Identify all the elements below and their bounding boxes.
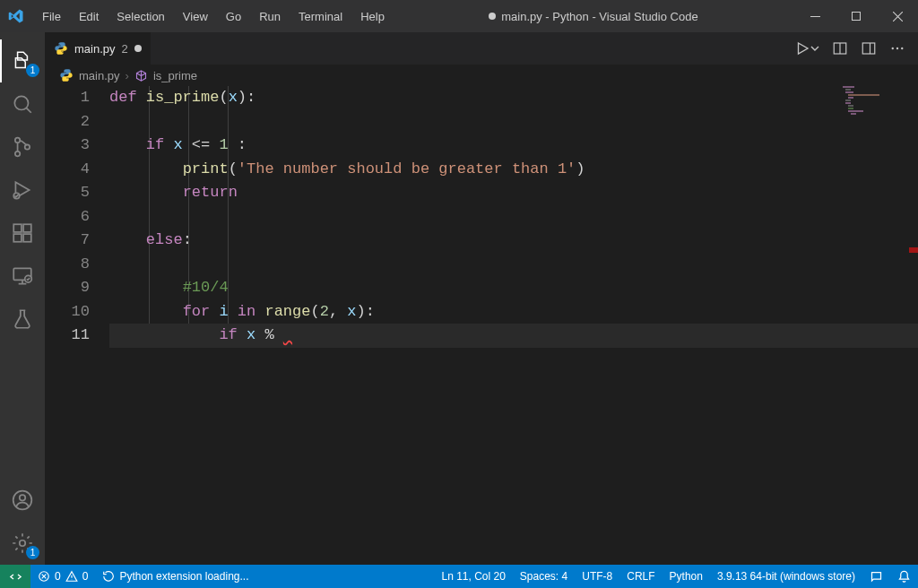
dirty-indicator-icon bbox=[489, 13, 496, 20]
menu-run[interactable]: Run bbox=[251, 6, 289, 27]
layout-button[interactable] bbox=[861, 40, 877, 56]
title-bar: FileEditSelectionViewGoRunTerminalHelp m… bbox=[0, 0, 918, 32]
svg-rect-9 bbox=[13, 234, 22, 242]
svg-point-15 bbox=[20, 540, 26, 547]
window-controls bbox=[794, 0, 918, 32]
python-file-icon bbox=[59, 68, 74, 82]
status-python-loading[interactable]: Python extension loading... bbox=[95, 565, 255, 588]
svg-point-2 bbox=[14, 96, 28, 109]
status-error-count: 0 bbox=[55, 570, 61, 583]
activity-source-control[interactable] bbox=[0, 125, 45, 169]
menu-selection[interactable]: Selection bbox=[108, 6, 172, 27]
run-button[interactable] bbox=[794, 40, 819, 56]
breadcrumb[interactable]: main.py › is_prime bbox=[45, 65, 918, 86]
activity-extensions[interactable] bbox=[0, 212, 45, 255]
overview-error-mark bbox=[909, 247, 918, 253]
editor-area: main.py 2 main.py › is_prime 12345 bbox=[45, 32, 918, 565]
svg-rect-10 bbox=[23, 234, 31, 242]
svg-rect-7 bbox=[13, 224, 22, 232]
menu-bar: FileEditSelectionViewGoRunTerminalHelp bbox=[34, 6, 393, 27]
menu-go[interactable]: Go bbox=[218, 6, 249, 27]
menu-edit[interactable]: Edit bbox=[71, 6, 107, 27]
settings-badge: 1 bbox=[26, 546, 39, 559]
minimize-button[interactable] bbox=[794, 0, 836, 32]
status-warning-count: 0 bbox=[82, 570, 89, 583]
symbol-method-icon bbox=[134, 69, 148, 82]
status-language-mode[interactable]: Python bbox=[663, 565, 710, 588]
overview-ruler bbox=[905, 86, 918, 565]
vscode-logo-icon bbox=[7, 7, 25, 25]
chevron-right-icon: › bbox=[126, 69, 129, 82]
menu-terminal[interactable]: Terminal bbox=[290, 6, 351, 27]
menu-view[interactable]: View bbox=[175, 6, 216, 27]
breadcrumb-symbol: is_prime bbox=[153, 69, 197, 82]
breadcrumb-file: main.py bbox=[79, 69, 120, 82]
status-feedback[interactable] bbox=[862, 565, 890, 588]
status-python-interpreter[interactable]: 3.9.13 64-bit (windows store) bbox=[710, 565, 862, 588]
svg-point-19 bbox=[896, 48, 898, 49]
status-loading-text: Python extension loading... bbox=[119, 570, 248, 583]
tab-dirty-icon bbox=[134, 45, 142, 52]
tab-extra-number: 2 bbox=[122, 42, 128, 56]
activity-bar: 1 1 bbox=[0, 32, 45, 565]
close-button[interactable] bbox=[877, 0, 918, 32]
status-bar: 0 0 Python extension loading... Ln 11, C… bbox=[0, 565, 918, 588]
tab-filename: main.py bbox=[74, 42, 116, 56]
svg-point-4 bbox=[15, 151, 20, 156]
window-title-text: main.py - Python - Visual Studio Code bbox=[501, 10, 697, 23]
svg-rect-8 bbox=[23, 224, 31, 232]
status-problems[interactable]: 0 0 bbox=[30, 565, 95, 588]
code-lines[interactable]: def is_prime(x): if x <= 1 : print('The … bbox=[109, 86, 918, 565]
activity-search[interactable] bbox=[0, 82, 45, 125]
svg-point-20 bbox=[901, 48, 903, 49]
menu-help[interactable]: Help bbox=[352, 6, 393, 27]
window-title: main.py - Python - Visual Studio Code bbox=[393, 10, 794, 23]
python-file-icon bbox=[54, 41, 68, 56]
status-encoding[interactable]: UTF-8 bbox=[575, 565, 619, 588]
explorer-badge: 1 bbox=[26, 64, 39, 77]
activity-explorer[interactable]: 1 bbox=[0, 39, 45, 82]
status-indentation[interactable]: Spaces: 4 bbox=[513, 565, 575, 588]
status-cursor-position[interactable]: Ln 11, Col 20 bbox=[434, 565, 512, 588]
maximize-button[interactable] bbox=[836, 0, 877, 32]
activity-run-debug[interactable] bbox=[0, 169, 45, 212]
svg-rect-1 bbox=[852, 12, 860, 20]
line-number-gutter: 1234567891011 bbox=[45, 86, 109, 565]
svg-rect-17 bbox=[862, 43, 875, 54]
svg-point-14 bbox=[20, 495, 26, 501]
status-eol[interactable]: CRLF bbox=[619, 565, 662, 588]
svg-rect-0 bbox=[810, 16, 820, 17]
svg-point-3 bbox=[15, 138, 20, 143]
tabs-row: main.py 2 bbox=[45, 32, 918, 65]
svg-point-18 bbox=[892, 48, 894, 49]
status-notifications[interactable] bbox=[890, 565, 918, 588]
more-actions-button[interactable] bbox=[889, 40, 905, 56]
activity-settings[interactable]: 1 bbox=[0, 522, 45, 565]
svg-point-5 bbox=[25, 144, 30, 149]
activity-remote-explorer[interactable] bbox=[0, 255, 45, 298]
minimap[interactable] bbox=[843, 86, 905, 565]
activity-testing[interactable] bbox=[0, 298, 45, 341]
activity-accounts[interactable] bbox=[0, 479, 45, 522]
editor-actions bbox=[794, 32, 918, 65]
remote-indicator[interactable] bbox=[0, 565, 30, 588]
code-editor[interactable]: 1234567891011 def is_prime(x): if x <= 1… bbox=[45, 86, 918, 565]
menu-file[interactable]: File bbox=[34, 6, 69, 27]
split-editor-button[interactable] bbox=[832, 40, 848, 56]
tab-main-py[interactable]: main.py 2 bbox=[45, 32, 152, 65]
